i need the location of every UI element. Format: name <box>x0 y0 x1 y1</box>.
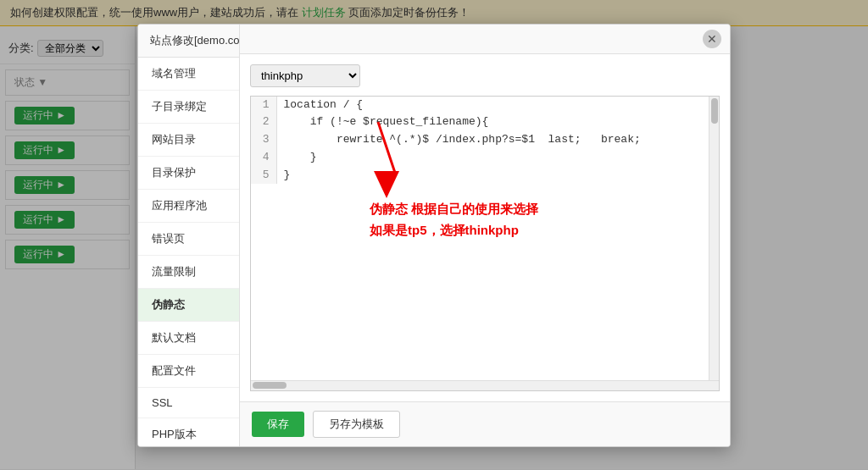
modal-header-right: ✕ <box>240 25 730 54</box>
modal-body: thinkphp laravel none discuz wp <box>240 54 730 401</box>
modal-right: ✕ thinkphp laravel none discuz wp <box>240 25 730 446</box>
save-template-button[interactable]: 另存为模板 <box>313 411 400 438</box>
nav-item-subdir[interactable]: 子目录绑定 <box>138 91 239 124</box>
nav-item-errorpage[interactable]: 错误页 <box>138 223 239 256</box>
nav-item-default-doc[interactable]: 默认文档 <box>138 322 239 355</box>
code-scroll-area[interactable]: 1 location / { 2 if (!~e $request_filena… <box>251 97 719 380</box>
modal-title: 站点修改[demo.com] -- 添加时间[2021-04-09 12:57:… <box>138 25 239 58</box>
nav-item-php[interactable]: PHP版本 <box>138 418 239 447</box>
nav-item-dirprotect[interactable]: 目录保护 <box>138 157 239 190</box>
nav-item-config[interactable]: 配置文件 <box>138 355 239 388</box>
nav-item-pseudo-static[interactable]: 伪静态 <box>138 289 239 322</box>
annotation-text: 伪静态 根据自己的使用来选择如果是tp5，选择thinkphp <box>370 198 538 241</box>
code-row-4: 4 } <box>251 149 719 167</box>
annotation-group <box>353 113 420 202</box>
code-row-1: 1 location / { <box>251 97 719 114</box>
vertical-scrollbar-thumb <box>711 98 718 124</box>
line-number: 3 <box>251 131 276 149</box>
vertical-scrollbar[interactable] <box>709 97 719 380</box>
code-content: } <box>276 149 719 167</box>
nav-item-apppool[interactable]: 应用程序池 <box>138 190 239 223</box>
scrollbar-thumb <box>253 382 287 389</box>
code-table: 1 location / { 2 if (!~e $request_filena… <box>251 97 719 185</box>
code-row-3: 3 rewrite ^(.*)$ /index.php?s=$1 last; b… <box>251 131 719 149</box>
modal-close-button[interactable]: ✕ <box>703 30 721 48</box>
line-number: 4 <box>251 149 276 167</box>
horizontal-scrollbar[interactable] <box>251 380 719 390</box>
code-editor: 1 location / { 2 if (!~e $request_filena… <box>250 96 720 391</box>
nav-item-ratelimit[interactable]: 流量限制 <box>138 256 239 289</box>
svg-line-0 <box>378 122 395 173</box>
line-number: 2 <box>251 113 276 131</box>
modal-footer: 保存 另存为模板 <box>240 401 730 446</box>
background-page: 如何创建权限配置，统一使用www用户，建站成功后，请在 计划任务 页面添加定时备… <box>0 0 868 470</box>
code-row-5: 5 } <box>251 167 719 185</box>
nav-item-ssl[interactable]: SSL <box>138 388 239 418</box>
line-number: 5 <box>251 167 276 185</box>
code-content: } <box>276 167 719 185</box>
modal-left-nav: 站点修改[demo.com] -- 添加时间[2021-04-09 12:57:… <box>138 25 240 446</box>
code-content: location / { <box>276 97 719 114</box>
red-arrow-icon <box>353 113 420 198</box>
code-row-2: 2 if (!~e $request_filename){ <box>251 113 719 131</box>
framework-select[interactable]: thinkphp laravel none discuz wp <box>250 64 360 87</box>
modal-overlay: 站点修改[demo.com] -- 添加时间[2021-04-09 12:57:… <box>0 0 868 470</box>
code-content: rewrite ^(.*)$ /index.php?s=$1 last; bre… <box>276 131 719 149</box>
code-content: if (!~e $request_filename){ <box>276 113 719 131</box>
svg-marker-1 <box>374 171 399 198</box>
framework-dropdown-row: thinkphp laravel none discuz wp <box>250 64 720 87</box>
save-button[interactable]: 保存 <box>252 412 304 437</box>
line-number: 1 <box>251 97 276 114</box>
modal: 站点修改[demo.com] -- 添加时间[2021-04-09 12:57:… <box>137 24 731 447</box>
nav-item-domain[interactable]: 域名管理 <box>138 58 239 91</box>
nav-item-webdir[interactable]: 网站目录 <box>138 124 239 157</box>
